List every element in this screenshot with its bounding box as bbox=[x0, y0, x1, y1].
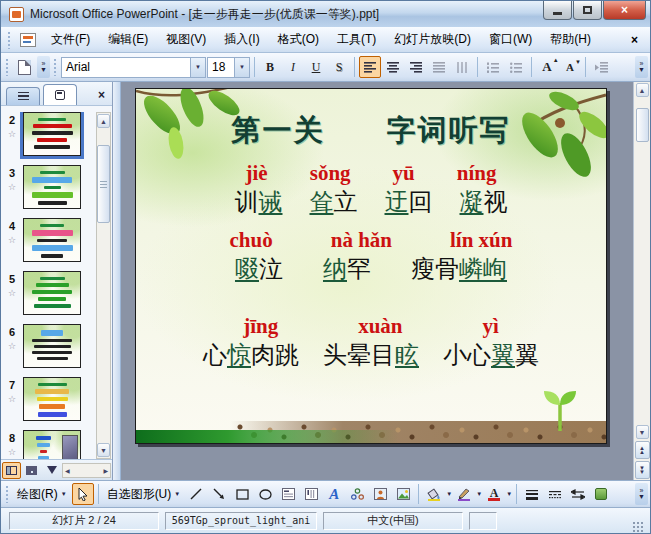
arrow-style-button[interactable] bbox=[567, 483, 589, 505]
slide-thumbnail-image[interactable] bbox=[23, 377, 81, 421]
toolbar-options-button[interactable]: » ▼ bbox=[37, 56, 50, 78]
arrow-tool-button[interactable] bbox=[208, 483, 230, 505]
insert-clipart-button[interactable] bbox=[369, 483, 391, 505]
tab-slides[interactable] bbox=[43, 84, 77, 105]
scroll-down-button[interactable]: ▼ bbox=[97, 443, 110, 457]
menu-item[interactable]: 帮助(H) bbox=[541, 27, 600, 52]
increase-font-size-button[interactable]: A▲ bbox=[536, 56, 558, 78]
slide-thumbnail-image[interactable] bbox=[23, 271, 81, 315]
font-color-button[interactable]: A bbox=[483, 483, 505, 505]
text-box-button[interactable] bbox=[277, 483, 299, 505]
slide-sorter-view-button[interactable] bbox=[22, 462, 41, 479]
slide-title[interactable]: 第一关 字词听写 bbox=[232, 111, 511, 151]
toolbar-grip[interactable] bbox=[53, 58, 58, 76]
toolbar-grip[interactable] bbox=[5, 485, 10, 503]
scrollbar-thumb[interactable] bbox=[97, 145, 110, 223]
slide-scrollbar[interactable]: ▲ ▼ ▲▲ ▼▼ bbox=[633, 82, 650, 480]
slideshow-view-button[interactable] bbox=[42, 462, 61, 479]
scroll-down-button[interactable]: ▼ bbox=[636, 425, 649, 439]
slide-thumbnail[interactable]: 3☆ bbox=[3, 165, 96, 209]
scroll-up-button[interactable]: ▲ bbox=[636, 83, 649, 97]
line-color-dropdown[interactable]: ▼ bbox=[476, 491, 482, 497]
word-group[interactable]: jīngxuànyì心惊肉跳头晕目眩小心翼翼 bbox=[203, 314, 539, 372]
panel-splitter[interactable] bbox=[113, 82, 121, 480]
rectangle-tool-button[interactable] bbox=[231, 483, 253, 505]
slide-thumbnail-image[interactable] bbox=[23, 430, 81, 459]
text-direction-button[interactable] bbox=[451, 56, 473, 78]
slide-thumbnail-image[interactable] bbox=[23, 165, 81, 209]
menu-item[interactable]: 工具(T) bbox=[328, 27, 385, 52]
menu-item[interactable]: 格式(O) bbox=[269, 27, 328, 52]
text-shadow-button[interactable]: S bbox=[328, 56, 350, 78]
font-dropdown-arrow[interactable]: ▼ bbox=[190, 58, 205, 77]
close-button[interactable]: × bbox=[603, 1, 646, 20]
align-left-button[interactable] bbox=[359, 56, 381, 78]
toolbar-overflow-button[interactable]: » ▼ bbox=[635, 483, 648, 505]
slide-thumbnail[interactable]: 4☆ bbox=[3, 218, 96, 262]
menu-item[interactable]: 视图(V) bbox=[157, 27, 215, 52]
slide-thumbnail[interactable]: 8☆ bbox=[3, 430, 96, 459]
italic-button[interactable]: I bbox=[282, 56, 304, 78]
normal-view-button[interactable] bbox=[2, 462, 21, 479]
decrease-indent-button[interactable] bbox=[590, 56, 612, 78]
slide-thumbnail[interactable]: 7☆ bbox=[3, 377, 96, 421]
line-style-button[interactable] bbox=[521, 483, 543, 505]
fill-color-button[interactable] bbox=[423, 483, 445, 505]
decrease-font-size-button[interactable]: A▼ bbox=[559, 56, 581, 78]
word-group[interactable]: chuònà hǎnlín xún啜泣纳罕瘦骨嶙峋 bbox=[230, 228, 513, 286]
shadow-style-button[interactable] bbox=[590, 483, 612, 505]
slide-canvas[interactable]: 第一关 字词听写 jièsǒngyūníng训诫耸立迂回凝视chuònà hǎn… bbox=[135, 88, 607, 444]
menu-item[interactable]: 文件(F) bbox=[42, 27, 99, 52]
previous-slide-button[interactable]: ▲▲ bbox=[635, 441, 650, 459]
bullet-list-button[interactable] bbox=[505, 56, 527, 78]
maximize-button[interactable] bbox=[573, 1, 602, 20]
size-dropdown-arrow[interactable]: ▼ bbox=[234, 58, 249, 77]
font-name-combobox[interactable]: Arial ▼ bbox=[61, 57, 206, 78]
menu-item[interactable]: 幻灯片放映(D) bbox=[385, 27, 480, 52]
slide-thumbnail-image[interactable] bbox=[23, 218, 81, 262]
underline-button[interactable]: U bbox=[305, 56, 327, 78]
tab-outline[interactable] bbox=[6, 87, 40, 105]
toolbar-overflow-button[interactable]: » ▼ bbox=[635, 56, 648, 78]
insert-wordart-button[interactable]: A bbox=[323, 483, 345, 505]
align-right-button[interactable] bbox=[405, 56, 427, 78]
toolbar-grip[interactable] bbox=[7, 31, 12, 49]
vertical-text-box-button[interactable] bbox=[300, 483, 322, 505]
panel-close-button[interactable]: × bbox=[98, 88, 110, 105]
panel-horizontal-scrollbar[interactable]: ◀ ▶ bbox=[62, 463, 111, 478]
scroll-up-button[interactable]: ▲ bbox=[97, 114, 110, 128]
resize-grip[interactable] bbox=[632, 521, 644, 533]
toolbar-grip[interactable] bbox=[5, 58, 10, 76]
next-slide-button[interactable]: ▼▼ bbox=[635, 461, 650, 479]
slide-thumbnail[interactable]: 5☆ bbox=[3, 271, 96, 315]
scroll-left-button[interactable]: ◀ bbox=[65, 467, 70, 474]
dash-style-button[interactable] bbox=[544, 483, 566, 505]
bold-button[interactable]: B bbox=[259, 56, 281, 78]
oval-tool-button[interactable] bbox=[254, 483, 276, 505]
line-color-button[interactable] bbox=[453, 483, 475, 505]
menubar-close-button[interactable]: × bbox=[623, 31, 646, 49]
numbered-list-button[interactable] bbox=[482, 56, 504, 78]
slide-thumbnail-image[interactable] bbox=[23, 324, 81, 368]
fill-color-dropdown[interactable]: ▼ bbox=[446, 491, 452, 497]
menu-item[interactable]: 窗口(W) bbox=[480, 27, 541, 52]
align-center-button[interactable] bbox=[382, 56, 404, 78]
thumbnails-scrollbar[interactable]: ▲ ▼ bbox=[96, 112, 111, 459]
slide-thumbnail[interactable]: 2☆ bbox=[3, 112, 96, 156]
line-tool-button[interactable] bbox=[185, 483, 207, 505]
word-group[interactable]: jièsǒngyūníng训诫耸立迂回凝视 bbox=[235, 161, 508, 219]
font-color-dropdown[interactable]: ▼ bbox=[506, 491, 512, 497]
menu-item[interactable]: 插入(I) bbox=[215, 27, 268, 52]
draw-menu-button[interactable]: 绘图(R)▼ bbox=[13, 483, 71, 506]
distribute-button[interactable] bbox=[428, 56, 450, 78]
font-size-combobox[interactable]: 18 ▼ bbox=[207, 57, 250, 78]
language-indicator[interactable]: 中文(中国) bbox=[323, 512, 463, 530]
slide-thumbnail-image[interactable] bbox=[23, 112, 81, 156]
autoshapes-menu-button[interactable]: 自选图形(U)▼ bbox=[103, 483, 185, 506]
insert-diagram-button[interactable] bbox=[346, 483, 368, 505]
menu-item[interactable]: 编辑(E) bbox=[99, 27, 157, 52]
scrollbar-thumb[interactable] bbox=[636, 108, 649, 142]
slide-thumbnail[interactable]: 6☆ bbox=[3, 324, 96, 368]
insert-picture-button[interactable] bbox=[392, 483, 414, 505]
design-template-name[interactable]: 569TGp_sprout_light_ani bbox=[165, 512, 317, 530]
